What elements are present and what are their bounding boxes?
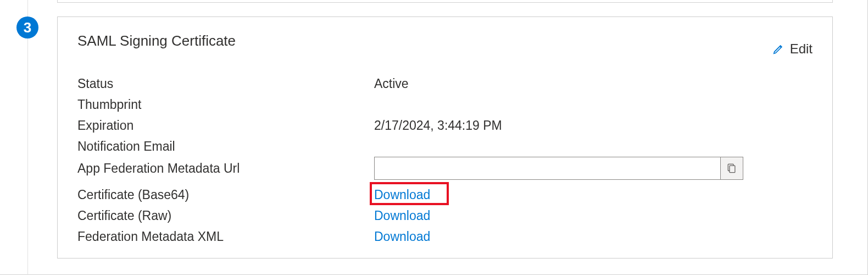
cert-raw-label: Certificate (Raw) <box>77 208 374 223</box>
federation-url-input[interactable] <box>374 157 720 180</box>
thumbprint-row: Thumbprint <box>77 94 813 115</box>
expiration-row: Expiration 2/17/2024, 3:44:19 PM <box>77 115 813 136</box>
expiration-value: 2/17/2024, 3:44:19 PM <box>374 118 502 133</box>
copy-icon <box>727 163 737 174</box>
download-base64-link[interactable]: Download <box>374 188 430 202</box>
pencil-icon <box>772 43 784 55</box>
cert-raw-row: Certificate (Raw) Download <box>77 205 813 226</box>
previous-card-edge <box>57 0 833 3</box>
saml-signing-certificate-card: SAML Signing Certificate Edit Status Act… <box>57 16 833 258</box>
copy-button[interactable] <box>720 157 743 180</box>
download-fed-xml-link[interactable]: Download <box>374 229 430 244</box>
cert-base64-row: Certificate (Base64) Download <box>77 184 813 205</box>
fed-xml-row: Federation Metadata XML Download <box>77 226 813 247</box>
status-label: Status <box>77 76 374 91</box>
fed-xml-label: Federation Metadata XML <box>77 229 374 244</box>
thumbprint-label: Thumbprint <box>77 97 374 112</box>
card-header: SAML Signing Certificate Edit <box>77 32 813 57</box>
download-raw-link[interactable]: Download <box>374 208 430 223</box>
federation-url-control <box>374 157 743 180</box>
notification-email-label: Notification Email <box>77 139 374 154</box>
cert-base64-label: Certificate (Base64) <box>77 188 374 202</box>
card-title: SAML Signing Certificate <box>77 32 236 50</box>
edit-label: Edit <box>790 41 813 57</box>
status-row: Status Active <box>77 73 813 94</box>
federation-url-label: App Federation Metadata Url <box>77 161 374 176</box>
edit-button[interactable]: Edit <box>772 32 813 57</box>
federation-url-row: App Federation Metadata Url <box>77 157 813 180</box>
step-number-badge: 3 <box>16 16 38 38</box>
expiration-label: Expiration <box>77 118 374 133</box>
notification-email-row: Notification Email <box>77 136 813 157</box>
svg-rect-0 <box>730 166 735 173</box>
timeline-line <box>27 0 28 275</box>
status-value: Active <box>374 76 409 91</box>
